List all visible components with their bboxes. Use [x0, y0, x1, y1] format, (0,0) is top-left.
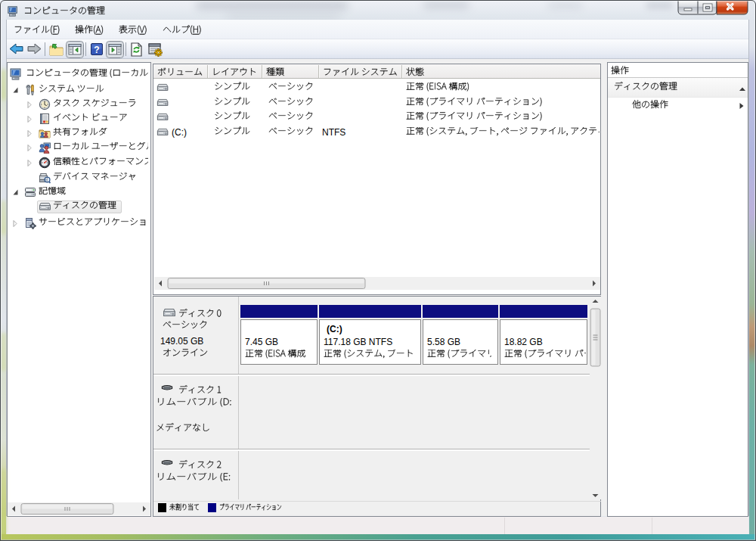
svg-text:?: ? — [94, 45, 99, 55]
